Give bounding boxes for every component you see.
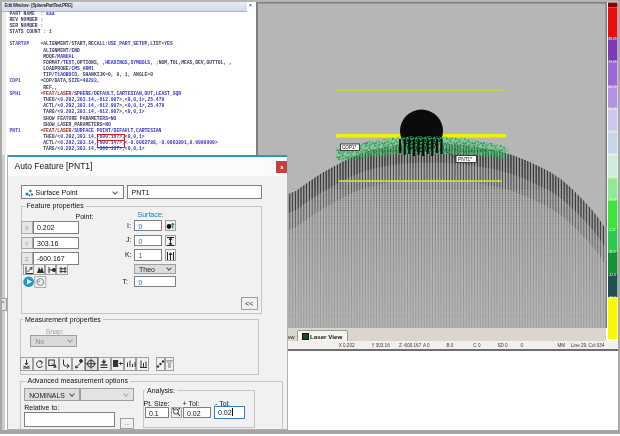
svg-text:66.19: 66.19 [609,85,617,89]
svg-text:-0.41: -0.41 [609,228,616,232]
svg-text:10.69: 10.69 [609,198,617,202]
svg-text:32.89: 32.89 [609,153,617,157]
svg-text:43.99: 43.99 [609,130,617,134]
svg-text:PNT1*: PNT1* [458,157,472,162]
svg-text:-11.5: -11.5 [609,250,616,254]
svg-text:77.29: 77.29 [609,60,617,64]
svg-text:55.09: 55.09 [609,107,617,111]
svg-text:21.79: 21.79 [609,176,617,180]
svg-text:-22.6: -22.6 [609,273,616,277]
svg-text:COP1*: COP1* [342,145,357,150]
svg-text:88.39: 88.39 [609,37,617,41]
svg-text:-33.7: -33.7 [609,296,616,300]
